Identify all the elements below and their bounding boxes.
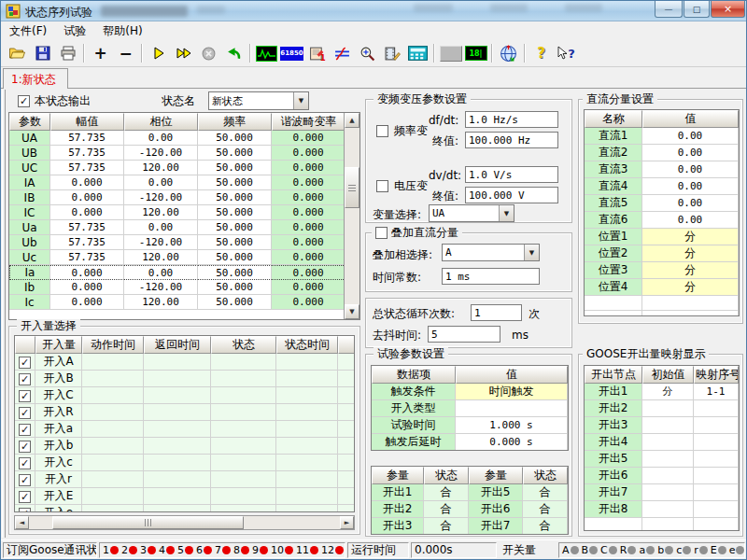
cell[interactable]: 0.000 <box>272 265 345 280</box>
cell[interactable]: 分 <box>642 384 694 400</box>
goose-row[interactable]: 开出1分1-1 <box>585 384 739 400</box>
cell[interactable] <box>642 434 694 451</box>
dc-row[interactable]: 位置3分 <box>585 262 739 279</box>
cell[interactable]: 120.00 <box>124 295 198 310</box>
cell[interactable] <box>82 471 144 488</box>
analog-row[interactable]: Uc57.735120.0050.0000.000 <box>9 250 345 265</box>
cell[interactable]: 50.000 <box>198 295 272 310</box>
col-header[interactable]: 状态 <box>523 467 568 484</box>
digital-display-button[interactable]: 18| <box>463 42 488 65</box>
cell[interactable] <box>338 438 355 455</box>
cell[interactable] <box>276 354 338 371</box>
cell[interactable] <box>456 400 568 417</box>
row-checkbox[interactable]: ✓ <box>19 474 31 486</box>
cell[interactable]: 合 <box>523 484 568 501</box>
cell[interactable] <box>276 387 338 404</box>
cell[interactable]: 0.000 <box>50 295 124 310</box>
col-header[interactable]: 名称 <box>585 110 642 128</box>
cell[interactable]: ✓ <box>15 404 35 421</box>
scroll-down-icon[interactable]: ▼ <box>345 304 359 319</box>
cell[interactable]: 0.000 <box>272 131 345 146</box>
cell[interactable]: 57.735 <box>50 220 124 235</box>
cell[interactable]: ✓ <box>15 421 35 438</box>
analog-row[interactable]: Ia0.0000.0050.0000.000 <box>9 265 345 280</box>
cell[interactable]: ✓ <box>15 438 35 455</box>
cell[interactable]: 0.00 <box>642 195 739 212</box>
out-row[interactable]: 开出3合开出7合 <box>372 518 568 535</box>
dc-row[interactable] <box>585 311 739 316</box>
time-const-input[interactable] <box>442 268 540 285</box>
cell[interactable] <box>694 434 739 451</box>
col-header[interactable]: 频率 <box>198 113 272 131</box>
cell[interactable]: 开入a <box>35 421 82 438</box>
cell[interactable]: 50.000 <box>198 280 272 295</box>
cell[interactable] <box>585 518 642 531</box>
cell[interactable]: 位置3 <box>585 262 642 279</box>
cell[interactable] <box>82 421 144 438</box>
close-button[interactable]: × <box>711 1 745 18</box>
cell[interactable] <box>338 505 355 512</box>
cell[interactable]: 50.000 <box>198 190 272 205</box>
cell[interactable] <box>82 438 144 455</box>
dc-row[interactable]: 直流50.00 <box>585 195 739 212</box>
cell[interactable]: ✓ <box>15 387 35 404</box>
cell[interactable]: 50.000 <box>198 235 272 250</box>
analog-row[interactable]: UB57.735-120.0050.0000.000 <box>9 146 345 161</box>
cell[interactable]: 直流1 <box>585 128 642 145</box>
cell[interactable] <box>694 518 739 531</box>
cell[interactable]: 时间触发 <box>456 384 568 400</box>
cell[interactable]: ✓ <box>15 354 35 371</box>
dc-row[interactable]: 直流60.00 <box>585 212 739 229</box>
cell[interactable]: Ua <box>9 220 50 235</box>
cell[interactable]: 0.000 <box>50 280 124 295</box>
dc-row[interactable]: 位置4分 <box>585 279 739 296</box>
col-header[interactable]: 状态 <box>424 467 469 484</box>
menu-test[interactable]: 试验 <box>55 22 94 40</box>
cell[interactable]: 0.000 <box>272 161 345 175</box>
cell[interactable] <box>211 471 276 488</box>
cell[interactable]: 0.000 <box>272 220 345 235</box>
input-row[interactable]: ✓开入A1- <box>15 354 355 371</box>
cell[interactable]: -120.00 <box>124 235 198 250</box>
cell[interactable]: 0.000 <box>50 175 124 190</box>
waveform-edit-button[interactable] <box>380 42 405 65</box>
cell[interactable]: 57.735 <box>50 131 124 146</box>
row-checkbox[interactable]: ✓ <box>19 373 31 385</box>
param-row[interactable]: 试验时间1.000 s <box>372 417 568 434</box>
cell[interactable] <box>82 505 144 512</box>
blank-button[interactable] <box>438 42 463 65</box>
cell[interactable]: 0.000 <box>272 190 345 205</box>
cell[interactable]: Ia <box>9 265 50 280</box>
cell[interactable] <box>82 354 144 371</box>
calculator-button[interactable] <box>405 42 430 65</box>
row-checkbox[interactable]: ✓ <box>19 390 31 402</box>
cell[interactable]: 开出8 <box>585 501 642 518</box>
cell[interactable]: 0.00 <box>642 178 739 195</box>
cell[interactable] <box>276 455 338 471</box>
cell[interactable]: 50.000 <box>198 175 272 190</box>
dfdt-input[interactable] <box>465 111 558 128</box>
cell[interactable] <box>144 505 211 512</box>
dc-row[interactable]: 直流10.00 <box>585 128 739 145</box>
cell[interactable] <box>276 471 338 488</box>
cell[interactable]: 直流6 <box>585 212 642 229</box>
cell[interactable]: 0.000 <box>272 146 345 161</box>
vertical-scrollbar[interactable]: ▲ ▼ <box>344 113 359 319</box>
cell[interactable]: 开出2 <box>585 400 642 417</box>
cell[interactable] <box>144 354 211 371</box>
cycle-count-input[interactable] <box>471 304 522 321</box>
undo-button[interactable] <box>221 42 247 65</box>
cell[interactable] <box>276 404 338 421</box>
cell[interactable]: 开入c <box>35 455 82 471</box>
cell[interactable]: 直流2 <box>585 145 642 161</box>
cell[interactable]: UC <box>9 161 50 175</box>
col-header[interactable]: 值 <box>456 366 568 384</box>
cell[interactable] <box>144 421 211 438</box>
col-header[interactable]: 幅值 <box>50 113 124 131</box>
cell[interactable]: 0.00 <box>642 212 739 229</box>
run-button[interactable] <box>146 42 171 65</box>
cell[interactable] <box>642 518 694 531</box>
scroll-up-icon[interactable]: ▲ <box>345 113 359 128</box>
cell[interactable]: 触发条件 <box>372 384 456 400</box>
dc-row[interactable]: 直流30.00 <box>585 161 739 178</box>
